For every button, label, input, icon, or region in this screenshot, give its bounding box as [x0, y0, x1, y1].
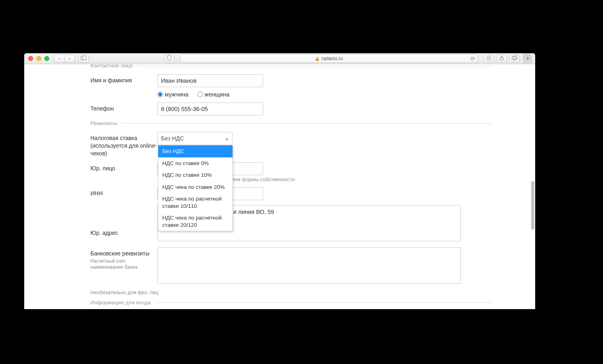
- label-inn: ИНН: [90, 187, 157, 197]
- forward-button[interactable]: ›: [65, 54, 75, 63]
- tabs-button[interactable]: [509, 54, 520, 63]
- downloads-button[interactable]: [484, 54, 494, 63]
- gender-male-label: мужчина: [165, 91, 188, 98]
- shield-icon: [167, 55, 172, 62]
- browser-window: ‹ › 🔒 radario.ru ⟳: [24, 53, 535, 309]
- tax-rate-dropdown: Без НДС НДС по ставке 0% НДС по ставке 1…: [158, 145, 233, 231]
- gender-male-radio[interactable]: [157, 92, 163, 97]
- label-legal-entity: Юр. лицо: [90, 162, 157, 172]
- address-bar[interactable]: 🔒 radario.ru ⟳: [180, 54, 478, 63]
- tax-opt-2[interactable]: НДС по ставке 10%: [158, 169, 232, 181]
- gender-female-radio[interactable]: [197, 92, 203, 97]
- reload-icon[interactable]: ⟳: [471, 56, 475, 62]
- tax-rate-select[interactable]: Без НДС ▲ Без НДС НДС по ставке 0% НДС п…: [157, 132, 232, 145]
- row-inn: ИНН: [90, 187, 492, 200]
- tax-rate-value: Без НДС: [161, 135, 184, 142]
- label-name: Имя и фамилия: [90, 74, 157, 84]
- back-button[interactable]: ‹: [54, 54, 65, 63]
- reader-button[interactable]: [164, 54, 174, 63]
- nav-buttons: ‹ ›: [54, 54, 75, 63]
- phone-input[interactable]: [157, 103, 263, 115]
- page-viewport: Контактное лицо Имя и фамилия мужчина: [24, 64, 535, 309]
- url-host: radario.ru: [321, 56, 343, 61]
- share-button[interactable]: [496, 54, 507, 63]
- section-requisites-label: Реквизиты: [90, 120, 117, 126]
- svg-rect-4: [512, 57, 516, 60]
- svg-rect-0: [81, 56, 86, 60]
- gender-female[interactable]: женщина: [197, 91, 230, 98]
- label-bank: Банковские реквизиты Расчетный счет, наи…: [90, 247, 157, 271]
- phys-note: Необязательно для физ. лиц: [90, 290, 492, 295]
- tabs-icon: [512, 56, 517, 61]
- row-tax-rate: Налоговая ставка (используется для onlin…: [90, 132, 492, 157]
- tax-opt-5[interactable]: НДС чека по расчетной ставке 20/120: [158, 212, 232, 231]
- svg-rect-5: [513, 56, 517, 59]
- chevron-up-icon: ▲: [225, 136, 229, 141]
- row-legal-entity: Юр. лицо Полное наименование с указанием…: [90, 162, 492, 182]
- name-input[interactable]: [157, 74, 263, 87]
- tax-opt-0[interactable]: Без НДС: [158, 145, 232, 157]
- label-bank-main: Банковские реквизиты: [90, 250, 149, 257]
- label-tax-rate: Налоговая ставка (используется для onlin…: [90, 132, 157, 157]
- section-login-label: Информация для входа: [90, 299, 151, 305]
- bank-textarea[interactable]: [157, 247, 461, 284]
- safari-toolbar: ‹ › 🔒 radario.ru ⟳: [24, 53, 535, 64]
- minimize-window-button[interactable]: [36, 56, 41, 61]
- section-requisites: Реквизиты: [90, 120, 492, 126]
- label-bank-sub: Расчетный счет, наименование банка: [90, 258, 157, 271]
- plus-icon: +: [526, 55, 530, 62]
- lock-icon: 🔒: [315, 56, 320, 61]
- gender-female-label: женщина: [205, 91, 230, 98]
- label-legal-address: Юр. адрес: [90, 205, 157, 237]
- chevron-left-icon: ‹: [59, 56, 60, 61]
- row-name: Имя и фамилия мужчина женщина: [90, 74, 492, 98]
- section-contact-label: Контактное лицо: [90, 64, 133, 69]
- close-window-button[interactable]: [28, 56, 33, 61]
- label-phone: Телефон: [90, 103, 157, 113]
- sidebar-toggle-button[interactable]: [78, 54, 89, 63]
- gender-radios: мужчина женщина: [157, 91, 492, 98]
- tax-opt-3[interactable]: НДС чека по ставке 20%: [158, 181, 232, 193]
- row-bank: Банковские реквизиты Расчетный счет, наи…: [90, 247, 492, 285]
- new-tab-button[interactable]: +: [523, 53, 532, 64]
- tax-opt-4[interactable]: НДС чека по расчетной ставке 10/110: [158, 193, 232, 212]
- download-icon: [486, 56, 491, 62]
- page-content: Контактное лицо Имя и фамилия мужчина: [24, 64, 535, 309]
- section-login: Информация для входа: [90, 299, 492, 305]
- fullscreen-window-button[interactable]: [44, 56, 49, 61]
- chevron-right-icon: ›: [69, 56, 71, 61]
- tax-opt-1[interactable]: НДС по ставке 0%: [158, 157, 232, 169]
- gender-male[interactable]: мужчина: [157, 91, 188, 98]
- row-legal-address: Юр. адрес: [90, 205, 492, 243]
- window-controls: [27, 56, 51, 61]
- sidebar-icon: [81, 56, 86, 61]
- row-phone: Телефон: [90, 103, 492, 115]
- share-icon: [499, 55, 504, 62]
- section-contact: Контактное лицо: [90, 64, 492, 69]
